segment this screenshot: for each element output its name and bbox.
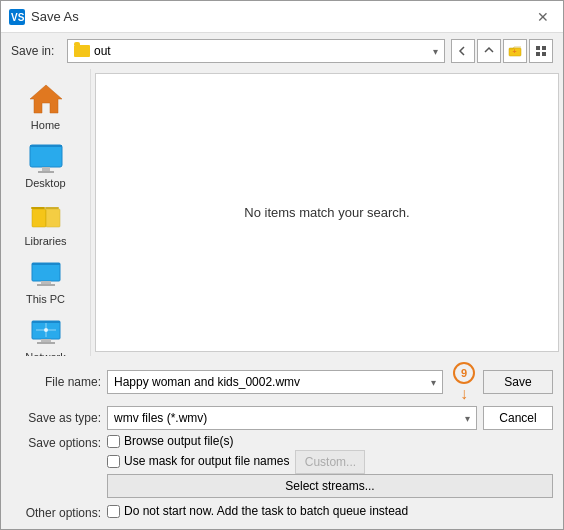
combo-arrow-icon: ▾ <box>433 46 438 57</box>
save-options-label: Save options: <box>11 434 101 450</box>
home-icon <box>28 81 64 117</box>
empty-message: No items match your search. <box>244 205 409 220</box>
file-area: No items match your search. <box>95 73 559 352</box>
svg-rect-16 <box>45 207 59 209</box>
dialog-title: Save As <box>31 9 79 24</box>
save-options-row: Save options: Browse output file(s) Use … <box>11 434 553 501</box>
save-as-type-value: wmv files (*.wmv) <box>114 411 207 425</box>
save-button[interactable]: Save <box>483 370 553 394</box>
svg-rect-9 <box>30 145 62 167</box>
sidebar: Home Desktop Libra <box>1 69 91 356</box>
toolbar-row: Save in: out ▾ + <box>1 33 563 69</box>
svg-rect-18 <box>32 263 60 265</box>
save-as-type-row: Save as type: wmv files (*.wmv) ▾ Cancel <box>11 406 553 430</box>
file-name-row: File name: Happy woman and kids_0002.wmv… <box>11 362 553 402</box>
cancel-button[interactable]: Cancel <box>483 406 553 430</box>
sidebar-item-pc[interactable]: This PC <box>6 255 86 309</box>
batch-queue-checkbox[interactable] <box>107 505 120 518</box>
save-as-type-arrow-icon: ▾ <box>465 413 470 424</box>
desktop-icon <box>28 143 64 175</box>
folder-icon <box>74 45 90 57</box>
save-as-type-label: Save as type: <box>11 411 101 425</box>
libraries-icon <box>28 201 64 233</box>
svg-rect-22 <box>32 321 60 323</box>
file-name-combo[interactable]: Happy woman and kids_0002.wmv ▾ <box>107 370 443 394</box>
title-bar-left: VS Save As <box>9 9 79 25</box>
svg-text:+: + <box>512 48 516 55</box>
svg-rect-14 <box>31 207 45 209</box>
svg-rect-20 <box>37 284 55 286</box>
sidebar-item-desktop-label: Desktop <box>25 177 65 189</box>
save-in-combo[interactable]: out ▾ <box>67 39 445 63</box>
file-name-arrow-icon: ▾ <box>431 377 436 388</box>
file-name-label: File name: <box>11 375 101 389</box>
close-button[interactable]: ✕ <box>531 5 555 29</box>
svg-rect-12 <box>38 171 54 173</box>
svg-rect-4 <box>536 46 540 50</box>
mask-label: Use mask for output file names <box>124 454 289 468</box>
svg-rect-5 <box>542 46 546 50</box>
save-as-dialog: VS Save As ✕ Save in: out ▾ <box>0 0 564 530</box>
app-icon: VS <box>9 9 25 25</box>
bottom-area: File name: Happy woman and kids_0002.wmv… <box>1 356 563 529</box>
browse-output-label: Browse output file(s) <box>124 434 233 448</box>
batch-queue-row: Do not start now. Add the task to batch … <box>107 504 553 518</box>
sidebar-item-libraries-label: Libraries <box>24 235 66 247</box>
browse-output-row: Browse output file(s) <box>107 434 553 448</box>
svg-rect-19 <box>41 281 51 284</box>
svg-rect-11 <box>42 167 50 171</box>
sidebar-item-desktop[interactable]: Desktop <box>6 139 86 193</box>
title-bar: VS Save As ✕ <box>1 1 563 33</box>
browse-output-checkbox[interactable] <box>107 435 120 448</box>
batch-queue-label: Do not start now. Add the task to batch … <box>124 504 408 518</box>
save-in-label: Save in: <box>11 44 61 58</box>
svg-point-27 <box>44 328 48 332</box>
up-button[interactable] <box>477 39 501 63</box>
mask-checkbox[interactable] <box>107 455 120 468</box>
svg-rect-13 <box>32 209 46 227</box>
svg-text:VS: VS <box>11 12 25 23</box>
sidebar-item-pc-label: This PC <box>26 293 65 305</box>
svg-rect-15 <box>46 209 60 227</box>
custom-button[interactable]: Custom... <box>295 450 365 474</box>
svg-rect-7 <box>542 52 546 56</box>
annotation-9: 9 <box>453 362 475 384</box>
sidebar-item-libraries[interactable]: Libraries <box>6 197 86 251</box>
new-folder-button[interactable]: + <box>503 39 527 63</box>
other-options-label: Other options: <box>11 504 101 520</box>
views-button[interactable] <box>529 39 553 63</box>
svg-rect-23 <box>41 339 51 342</box>
svg-rect-6 <box>536 52 540 56</box>
mask-row: Use mask for output file names <box>107 454 289 468</box>
svg-rect-10 <box>30 145 62 147</box>
sidebar-item-home[interactable]: Home <box>6 77 86 135</box>
select-streams-button[interactable]: Select streams... <box>107 474 553 498</box>
file-name-value: Happy woman and kids_0002.wmv <box>114 375 300 389</box>
other-options-row: Other options: Do not start now. Add the… <box>11 504 553 520</box>
main-area: Home Desktop Libra <box>1 69 563 356</box>
svg-rect-24 <box>37 342 55 344</box>
svg-marker-8 <box>30 85 62 113</box>
save-as-type-combo[interactable]: wmv files (*.wmv) ▾ <box>107 406 477 430</box>
sidebar-item-home-label: Home <box>31 119 60 131</box>
pc-icon <box>28 259 64 291</box>
current-folder: out <box>94 44 111 58</box>
nav-buttons: + <box>451 39 553 63</box>
network-icon <box>28 317 64 349</box>
svg-rect-17 <box>32 263 60 281</box>
back-button[interactable] <box>451 39 475 63</box>
annotation-arrow: ↓ <box>460 386 468 402</box>
